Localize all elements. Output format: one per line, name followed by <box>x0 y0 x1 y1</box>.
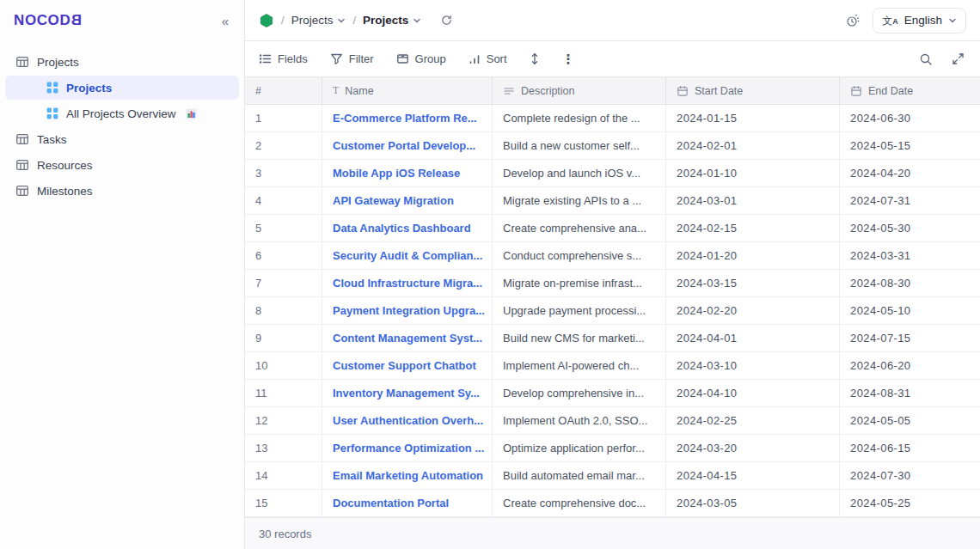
row-number-cell[interactable]: 12 <box>245 407 322 434</box>
row-number-cell[interactable]: 10 <box>245 352 322 379</box>
name-cell[interactable]: Data Analytics Dashboard <box>322 215 493 241</box>
end-date-cell[interactable]: 2024-07-31 <box>840 187 980 214</box>
row-number-cell[interactable]: 5 <box>245 215 322 241</box>
description-cell[interactable]: Optimize application perfor... <box>493 435 666 461</box>
fields-button[interactable]: Fields <box>259 52 308 65</box>
row-number-cell[interactable]: 7 <box>245 270 322 296</box>
sidebar-item-projects-view[interactable]: Projects <box>5 76 239 100</box>
row-number-cell[interactable]: 15 <box>245 490 322 516</box>
name-cell[interactable]: E-Commerce Platform Re... <box>322 105 493 131</box>
name-cell[interactable]: Security Audit & Complian... <box>322 242 493 269</box>
end-date-cell[interactable]: 2024-06-20 <box>840 352 980 379</box>
column-header-description[interactable]: Description <box>493 77 666 104</box>
end-date-cell[interactable]: 2024-08-30 <box>840 270 980 296</box>
breadcrumb-base[interactable]: Projects <box>291 14 346 27</box>
start-date-cell[interactable]: 2024-01-10 <box>666 160 840 186</box>
language-selector[interactable]: 文A English <box>873 8 966 34</box>
sidebar-item-milestones[interactable]: Milestones <box>5 179 239 203</box>
row-number-cell[interactable]: 3 <box>245 160 322 186</box>
end-date-cell[interactable]: 2024-05-05 <box>840 407 980 434</box>
column-header-name[interactable]: T Name <box>322 77 493 104</box>
end-date-cell[interactable]: 2024-05-15 <box>840 132 980 159</box>
sidebar-collapse-icon[interactable]: « <box>222 15 229 27</box>
expand-view-icon[interactable] <box>952 52 965 65</box>
row-number-cell[interactable]: 4 <box>245 187 322 214</box>
end-date-cell[interactable]: 2024-05-30 <box>840 215 980 241</box>
description-cell[interactable]: Complete redesign of the ... <box>493 105 666 131</box>
end-date-cell[interactable]: 2024-05-10 <box>840 297 980 324</box>
clock-sparkle-icon[interactable] <box>845 13 861 28</box>
start-date-cell[interactable]: 2024-03-20 <box>666 435 840 461</box>
name-cell[interactable]: Documentation Portal <box>322 490 493 516</box>
name-cell[interactable]: User Authentication Overh... <box>322 407 493 434</box>
end-date-cell[interactable]: 2024-07-30 <box>840 462 980 489</box>
search-icon[interactable] <box>919 52 933 66</box>
description-cell[interactable]: Develop comprehensive in... <box>493 380 666 406</box>
start-date-cell[interactable]: 2024-02-15 <box>666 215 840 241</box>
end-date-cell[interactable]: 2024-07-15 <box>840 325 980 351</box>
start-date-cell[interactable]: 2024-03-05 <box>666 490 840 516</box>
end-date-cell[interactable]: 2024-08-31 <box>840 380 980 406</box>
description-cell[interactable]: Migrate existing APIs to a ... <box>493 187 666 214</box>
start-date-cell[interactable]: 2024-03-01 <box>666 187 840 214</box>
base-hexagon-icon[interactable] <box>259 13 274 28</box>
end-date-cell[interactable]: 2024-06-30 <box>840 105 980 131</box>
start-date-cell[interactable]: 2024-04-15 <box>666 462 840 489</box>
name-cell[interactable]: Mobile App iOS Release <box>322 160 493 186</box>
description-cell[interactable]: Build automated email mar... <box>493 462 666 489</box>
breadcrumb-view[interactable]: Projects <box>363 14 421 27</box>
row-number-cell[interactable]: 13 <box>245 435 322 461</box>
description-cell[interactable]: Develop and launch iOS v... <box>493 160 666 186</box>
start-date-cell[interactable]: 2024-04-10 <box>666 380 840 406</box>
column-header-start-date[interactable]: Start Date <box>666 77 840 104</box>
start-date-cell[interactable]: 2024-03-10 <box>666 352 840 379</box>
row-number-cell[interactable]: 14 <box>245 462 322 489</box>
description-cell[interactable]: Implement AI-powered ch... <box>493 352 666 379</box>
column-header-end-date[interactable]: End Date <box>840 77 980 104</box>
name-cell[interactable]: Performance Optimization ... <box>322 435 493 461</box>
group-button[interactable]: Group <box>396 52 446 65</box>
column-header-row-number[interactable]: # <box>245 77 322 104</box>
start-date-cell[interactable]: 2024-03-15 <box>666 270 840 296</box>
name-cell[interactable]: Content Management Syst... <box>322 325 493 351</box>
start-date-cell[interactable]: 2024-02-20 <box>666 297 840 324</box>
start-date-cell[interactable]: 2024-01-15 <box>666 105 840 131</box>
more-options-icon[interactable]: ⋮ <box>562 52 575 67</box>
description-cell[interactable]: Create comprehensive ana... <box>493 215 666 241</box>
row-height-button[interactable] <box>530 52 540 65</box>
name-cell[interactable]: Customer Portal Develop... <box>322 132 493 159</box>
description-cell[interactable]: Upgrade payment processi... <box>493 297 666 324</box>
sidebar-item-all-projects-overview[interactable]: All Projects Overview <box>5 101 239 125</box>
row-number-cell[interactable]: 8 <box>245 297 322 324</box>
name-cell[interactable]: Customer Support Chatbot <box>322 352 493 379</box>
description-cell[interactable]: Create comprehensive doc... <box>493 490 666 516</box>
sidebar-item-tasks[interactable]: Tasks <box>5 127 239 151</box>
sidebar-item-resources[interactable]: Resources <box>5 153 239 177</box>
sort-button[interactable]: Sort <box>469 52 507 65</box>
description-cell[interactable]: Conduct comprehensive s... <box>493 242 666 269</box>
row-number-cell[interactable]: 11 <box>245 380 322 406</box>
row-number-cell[interactable]: 1 <box>245 105 322 131</box>
end-date-cell[interactable]: 2024-06-15 <box>840 435 980 461</box>
filter-button[interactable]: Filter <box>330 52 374 65</box>
sidebar-item-projects-table[interactable]: Projects <box>5 50 239 74</box>
end-date-cell[interactable]: 2024-05-25 <box>840 490 980 516</box>
start-date-cell[interactable]: 2024-04-01 <box>666 325 840 351</box>
description-cell[interactable]: Implement OAuth 2.0, SSO... <box>493 407 666 434</box>
row-number-cell[interactable]: 6 <box>245 242 322 269</box>
name-cell[interactable]: Email Marketing Automation <box>322 462 493 489</box>
end-date-cell[interactable]: 2024-03-31 <box>840 242 980 269</box>
start-date-cell[interactable]: 2024-02-01 <box>666 132 840 159</box>
row-number-cell[interactable]: 2 <box>245 132 322 159</box>
description-cell[interactable]: Build new CMS for marketi... <box>493 325 666 351</box>
row-number-cell[interactable]: 9 <box>245 325 322 351</box>
name-cell[interactable]: Inventory Management Sy... <box>322 380 493 406</box>
end-date-cell[interactable]: 2024-04-20 <box>840 160 980 186</box>
start-date-cell[interactable]: 2024-01-20 <box>666 242 840 269</box>
refresh-icon[interactable] <box>440 14 453 27</box>
name-cell[interactable]: API Gateway Migration <box>322 187 493 214</box>
start-date-cell[interactable]: 2024-02-25 <box>666 407 840 434</box>
description-cell[interactable]: Build a new customer self... <box>493 132 666 159</box>
name-cell[interactable]: Cloud Infrastructure Migra... <box>322 270 493 296</box>
name-cell[interactable]: Payment Integration Upgra... <box>322 297 493 324</box>
